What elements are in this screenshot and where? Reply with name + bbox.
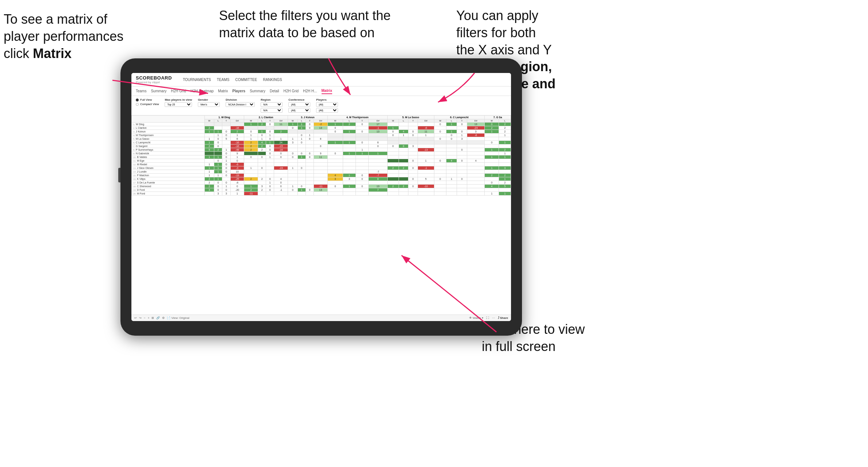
cell xyxy=(327,144,343,148)
cell xyxy=(356,181,369,185)
region-select2[interactable]: N/A xyxy=(261,108,283,113)
cell: 2 xyxy=(399,185,408,188)
table-row: 7. G Sargent 2 0 -16 2 2 0 -15 xyxy=(132,144,511,148)
cell xyxy=(343,188,356,192)
cell xyxy=(356,163,369,166)
tab-players[interactable]: Players xyxy=(233,88,246,94)
toolbar-icon-expand[interactable]: ⛶ xyxy=(486,316,489,320)
cell: 2 xyxy=(485,174,499,177)
cell xyxy=(408,155,418,159)
tab-matrix-active[interactable]: Matrix xyxy=(322,88,332,94)
cell xyxy=(230,123,244,126)
cell: 1 xyxy=(222,185,230,188)
col-header-6: 6. C Lamprecht xyxy=(434,116,485,119)
players-select[interactable]: (All) xyxy=(316,102,338,107)
tablet-frame: SCOREBOARD Powered by clippd TOURNAMENTS… xyxy=(120,58,522,336)
cell xyxy=(356,192,369,196)
cell xyxy=(244,174,258,177)
cell xyxy=(343,159,356,163)
players-select2[interactable]: (All) xyxy=(316,108,338,113)
toolbar-watch[interactable]: 👁 Watch ▾ xyxy=(469,316,483,320)
cell: -19 xyxy=(274,166,288,170)
tab-teams[interactable]: Teams xyxy=(136,88,146,94)
cell: 1 xyxy=(244,137,258,141)
conference-filter: Conference (All) (All) xyxy=(288,98,310,113)
toolbar-icon-zoom-out[interactable]: − xyxy=(144,316,146,320)
cell: 0 xyxy=(314,144,328,148)
nav-tournaments[interactable]: TOURNAMENTS xyxy=(183,77,211,82)
tab-h2h-heatmap[interactable]: H2H Heatmap xyxy=(191,88,214,94)
tab-h2h-grid2[interactable]: H2H Grid xyxy=(284,88,299,94)
toolbar-icon-settings[interactable]: ⚙ xyxy=(162,316,165,320)
max-players-select[interactable]: Top 25 xyxy=(165,102,192,107)
full-view-radio[interactable] xyxy=(136,99,139,101)
cell: 1 xyxy=(369,152,387,155)
cell xyxy=(288,177,298,181)
row-label: 13. J Skov Olesen xyxy=(132,166,205,170)
toolbar-icon-redo[interactable]: ↪ xyxy=(139,316,142,320)
cell xyxy=(418,137,434,141)
cell: 0 xyxy=(266,130,274,134)
cell xyxy=(434,163,446,166)
tab-matrix[interactable]: Matrix xyxy=(218,88,228,94)
cell: 0 xyxy=(306,123,314,126)
tab-detail[interactable]: Detail xyxy=(270,88,279,94)
toolbar-view-label: 📄 View: Original xyxy=(167,316,189,320)
matrix-container[interactable]: 1. W Ding 2. L Clanton 3. J Koivun 4. M … xyxy=(131,115,511,314)
cell: 2 xyxy=(244,144,258,148)
nav-teams[interactable]: TEAMS xyxy=(217,77,229,82)
cell: 1 xyxy=(457,134,467,137)
cell: 0 xyxy=(288,126,298,130)
cell: 1 xyxy=(214,155,222,159)
cell xyxy=(446,148,457,152)
toolbar-icon-grid[interactable]: ⊞ xyxy=(151,316,154,320)
toolbar-icon-link[interactable]: 🔗 xyxy=(156,316,160,320)
compact-view-option[interactable]: Compact View xyxy=(136,103,159,106)
table-row: 12. M Riedel 1 1 0 -6 xyxy=(132,163,511,166)
tab-summary2[interactable]: Summary xyxy=(250,88,265,94)
tab-h2h-grid[interactable]: H2H Grid xyxy=(171,88,186,94)
toolbar-icon-zoom-in[interactable]: + xyxy=(148,316,150,320)
cell: 1 xyxy=(258,130,266,134)
nav-rankings[interactable]: RANKINGS xyxy=(263,77,282,82)
col-header-1: 1. W Ding xyxy=(204,116,244,119)
cell xyxy=(434,134,446,137)
conference-select2[interactable]: (All) xyxy=(288,108,310,113)
cell: 0 xyxy=(274,155,288,159)
cell: 0 xyxy=(434,123,446,126)
cell xyxy=(288,192,298,196)
cell xyxy=(306,130,314,134)
region-select[interactable]: N/A xyxy=(261,102,283,107)
cell: 0 xyxy=(222,166,230,170)
division-select[interactable]: NCAA Division I xyxy=(226,102,255,107)
tab-summary[interactable]: Summary xyxy=(151,88,166,94)
cell xyxy=(222,126,230,130)
conference-select[interactable]: (All) xyxy=(288,102,310,107)
cell: 13 xyxy=(369,185,387,188)
table-row: 5. M La Sasso 1 0 5 6 1 1 0 1 1 1 0 xyxy=(132,137,511,141)
share-button[interactable]: ⤴ Share xyxy=(498,316,508,320)
nav-committee[interactable]: COMMITTEE xyxy=(235,77,257,82)
full-view-option[interactable]: Full View xyxy=(136,98,159,101)
table-row: 19. D Ford 3 0 0 -20 2 2 0 -1 0 1 0 xyxy=(132,188,511,192)
toolbar-icon-more[interactable]: ⋯ xyxy=(492,316,495,320)
cell xyxy=(343,166,356,170)
sub-header-w7: W xyxy=(485,119,499,123)
cell xyxy=(369,159,387,163)
toolbar-left: ↩ ↪ − + ⊞ 🔗 ⚙ 📄 View: Original xyxy=(134,316,189,320)
sub-header-t5: T xyxy=(408,119,418,123)
tab-h2h-h[interactable]: H2H H... xyxy=(303,88,317,94)
cell xyxy=(274,170,288,174)
col-header-4: 4. M Thorbjornsen xyxy=(327,116,387,119)
cell: 0 xyxy=(274,152,288,155)
cell xyxy=(499,170,511,174)
cell: 0 xyxy=(485,141,499,144)
gender-select[interactable]: Men's xyxy=(198,102,220,107)
cell xyxy=(418,123,434,126)
toolbar-icon-undo[interactable]: ↩ xyxy=(134,316,137,320)
compact-view-radio[interactable] xyxy=(136,103,139,106)
cell: 1 xyxy=(222,148,230,152)
cell: 0 xyxy=(258,134,266,137)
cell xyxy=(408,188,418,192)
cell xyxy=(297,177,306,181)
